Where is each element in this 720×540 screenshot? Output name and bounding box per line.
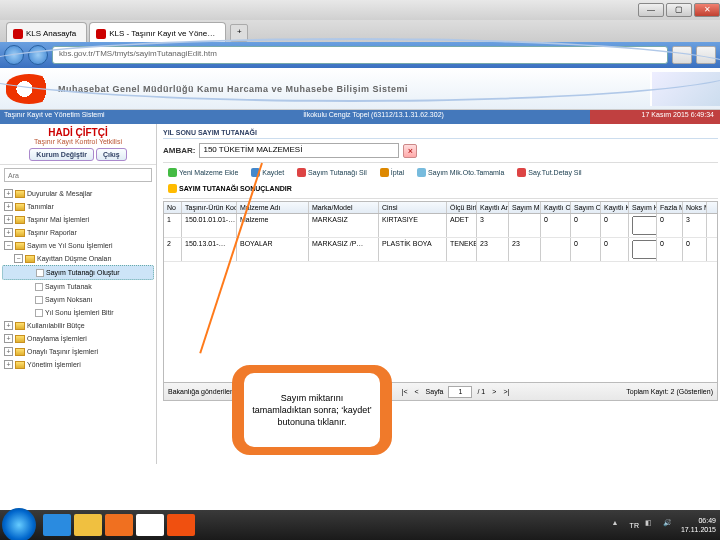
tree-item[interactable]: −Sayım ve Yıl Sonu İşlemleri	[2, 239, 154, 252]
taskbar-chrome-icon[interactable]	[136, 514, 164, 536]
logout-button[interactable]: Çıkış	[96, 148, 127, 161]
table-row[interactable]: 1150.01.01.01-…MalzemeMARKASIZKIRTASIYEA…	[164, 214, 717, 238]
toolbar-button[interactable]: Yeni Malzeme Ekle	[163, 166, 243, 179]
folder-icon	[15, 216, 25, 224]
change-org-button[interactable]: Kurum Değiştir	[29, 148, 94, 161]
folder-icon	[15, 335, 25, 343]
tree-item[interactable]: +Kullanılabilir Bütçe	[2, 319, 154, 332]
toolbar-button[interactable]: Sayım Tutanağı Sil	[292, 166, 372, 179]
column-header[interactable]: Taşınır-Ürün Kodu	[182, 202, 237, 213]
cell-olcu: TENEKE	[447, 238, 477, 261]
tree-item[interactable]: +Tanımlar	[2, 200, 154, 213]
table-row[interactable]: 2150.13.01-…BOYALARMARKASIZ /P…PLASTİK B…	[164, 238, 717, 262]
tree-label: Tanımlar	[27, 200, 54, 213]
cell-marka: MARKASIZ	[309, 214, 379, 237]
tree-item[interactable]: +Taşınır Mal İşlemleri	[2, 213, 154, 226]
first-page-icon[interactable]: |<	[400, 388, 410, 395]
skisi-input[interactable]	[632, 240, 657, 259]
tree-toggle-icon[interactable]: +	[4, 189, 13, 198]
tree-item[interactable]: Sayım Tutanak	[2, 280, 154, 293]
taskbar-wmp-icon[interactable]	[105, 514, 133, 536]
page-number-input[interactable]	[448, 386, 472, 398]
clock-time: 06:49	[681, 516, 716, 525]
toolbar-button[interactable]: SAYIM TUTANAĞI SONUÇLANDIR	[163, 182, 297, 195]
toolbar-icon	[297, 168, 306, 177]
tray-flag-icon[interactable]: ▲	[612, 519, 624, 531]
taskbar-explorer-icon[interactable]	[74, 514, 102, 536]
start-button[interactable]	[2, 508, 36, 540]
search-input[interactable]	[4, 168, 152, 182]
column-header[interactable]: Kayıtlı Kişiye Zimmet	[601, 202, 629, 213]
toolbar-button[interactable]: Kaydet	[246, 166, 289, 179]
tree-item[interactable]: −Kayıttan Düşme Onaları	[2, 252, 154, 265]
column-header[interactable]: Kayıtlı Ortak Zimmet	[541, 202, 571, 213]
taskbar-firefox-icon[interactable]	[167, 514, 195, 536]
next-page-icon[interactable]: >	[490, 388, 498, 395]
sayim-input[interactable]	[512, 240, 537, 247]
column-header[interactable]: Sayım Kişi Miktarı	[629, 202, 657, 213]
minimize-button[interactable]: —	[638, 3, 664, 17]
back-icon[interactable]	[4, 45, 24, 65]
maximize-button[interactable]: ▢	[666, 3, 692, 17]
instruction-text: Sayım miktarını tamamladıktan sonra; ‘ka…	[250, 392, 374, 428]
taskbar-ie-icon[interactable]	[43, 514, 71, 536]
column-header[interactable]: Sayım Miktarı	[509, 202, 541, 213]
cell-kkisi: 0	[601, 214, 629, 237]
sayim-input[interactable]	[512, 216, 537, 223]
toolbar-button[interactable]: Say.Tut.Detay Sil	[512, 166, 586, 179]
tree-item[interactable]: +Taşınır Raporlar	[2, 226, 154, 239]
column-header[interactable]: Noks Mik	[683, 202, 707, 213]
tree-item[interactable]: Sayım Noksanı	[2, 293, 154, 306]
home-button[interactable]	[696, 46, 716, 64]
toolbar-button[interactable]: Sayım Mik.Oto.Tamamla	[412, 166, 509, 179]
tray-lang[interactable]: TR	[630, 522, 639, 529]
prev-page-icon[interactable]: <	[412, 388, 420, 395]
clock-date: 17.11.2015	[681, 525, 716, 534]
tree-label: Kullanılabilir Bütçe	[27, 319, 85, 332]
column-header[interactable]: Kayıtlı Ambar Miktarı	[477, 202, 509, 213]
column-header[interactable]: Marka/Model	[309, 202, 379, 213]
tree-item[interactable]: +Onaylı Taşınır İşlemleri	[2, 345, 154, 358]
ambar-select[interactable]: 150 TÜKETİM MALZEMESİ	[199, 143, 399, 158]
toolbar-button[interactable]: İptal	[375, 166, 409, 179]
cell-kortak	[541, 238, 571, 261]
tree-toggle-icon[interactable]: +	[4, 321, 13, 330]
column-header[interactable]: Sayım Ortak Zimmet	[571, 202, 601, 213]
cell-no: 2	[164, 238, 182, 261]
cell-kortak: 0	[541, 214, 571, 237]
tree-toggle-icon[interactable]: +	[4, 215, 13, 224]
tree-item[interactable]: +Onaylama İşlemleri	[2, 332, 154, 345]
last-page-icon[interactable]: >|	[501, 388, 511, 395]
address-bar[interactable]: kbs.gov.tr/TMS/tmyts/sayimTutanagiEdit.h…	[52, 46, 668, 64]
tree-toggle-icon[interactable]: −	[4, 241, 13, 250]
tree-toggle-icon[interactable]: +	[4, 334, 13, 343]
tree-toggle-icon[interactable]: −	[14, 254, 23, 263]
new-tab-button[interactable]: +	[230, 24, 248, 42]
column-header[interactable]: No	[164, 202, 182, 213]
tree-label: Onaylama İşlemleri	[27, 332, 87, 345]
tree-toggle-icon[interactable]: +	[4, 202, 13, 211]
page-icon	[35, 309, 43, 317]
tree-toggle-icon[interactable]: +	[4, 228, 13, 237]
column-header[interactable]: Ölçü Birimi	[447, 202, 477, 213]
cell-sayim	[509, 214, 541, 237]
close-button[interactable]: ✕	[694, 3, 720, 17]
tree-item[interactable]: Sayım Tutanağı Oluştur	[2, 265, 154, 280]
tree-item[interactable]: Yıl Sonu İşlemleri Bitir	[2, 306, 154, 319]
tray-network-icon[interactable]: ◧	[645, 519, 657, 531]
column-header[interactable]: Fazla Miktar	[657, 202, 683, 213]
tray-clock[interactable]: 06:49 17.11.2015	[681, 516, 716, 534]
forward-icon[interactable]	[28, 45, 48, 65]
tree-toggle-icon[interactable]: +	[4, 360, 13, 369]
browser-tab-active[interactable]: KLS - Taşınır Kayıt ve Yöne…	[89, 22, 226, 42]
tray-sound-icon[interactable]: 🔊	[663, 519, 675, 531]
browser-tab[interactable]: KLS Anasayfa	[6, 22, 87, 42]
skisi-input[interactable]	[632, 216, 657, 235]
refresh-button[interactable]	[672, 46, 692, 64]
cell-noks: 3	[683, 214, 707, 237]
tree-item[interactable]: +Yönetim İşlemleri	[2, 358, 154, 371]
ambar-clear-icon[interactable]: ×	[403, 144, 417, 158]
tree-item[interactable]: +Duyurular & Mesajlar	[2, 187, 154, 200]
tree-toggle-icon[interactable]: +	[4, 347, 13, 356]
column-header[interactable]: Cinsi	[379, 202, 447, 213]
